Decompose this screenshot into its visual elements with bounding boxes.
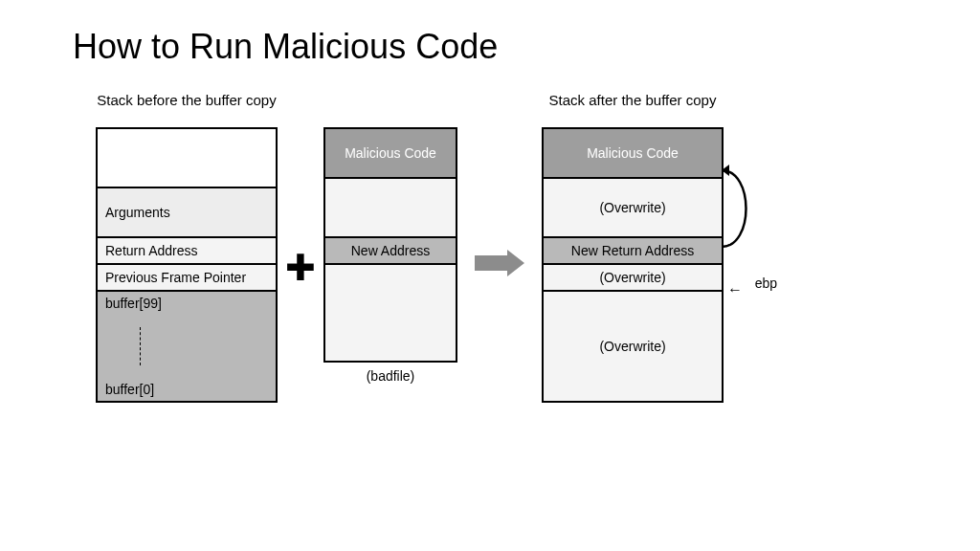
buffer-bottom-label: buffer[0] [105, 382, 268, 397]
curve-arrow-icon [716, 151, 758, 256]
after-overwrite2: (Overwrite) [544, 263, 722, 290]
stack-before: Arguments Return Address Previous Frame … [96, 127, 278, 403]
plus-icon: ✚ [285, 250, 316, 286]
after-malicious: Malicious Code [544, 127, 722, 177]
diagram: Stack before the buffer copy Arguments R… [0, 92, 980, 403]
before-return-address: Return Address [98, 236, 276, 263]
stack-after: Malicious Code (Overwrite) New Return Ad… [542, 127, 724, 403]
before-empty-top [98, 127, 276, 187]
ebp-label: ebp [755, 276, 777, 291]
after-new-return: New Return Address [544, 236, 722, 263]
before-arguments: Arguments [98, 187, 276, 236]
before-frame-pointer: Previous Frame Pointer [98, 263, 276, 290]
badfile-empty1 [325, 177, 456, 236]
arrow-icon [475, 250, 524, 276]
col-badfile: Malicious Code New Address (badfile) [323, 92, 457, 384]
badfile-spacer-title [389, 92, 392, 108]
col-after: Stack after the buffer copy Malicious Co… [542, 92, 724, 403]
after-title: Stack after the buffer copy [549, 92, 717, 108]
col-before: Stack before the buffer copy Arguments R… [96, 92, 278, 403]
ebp-arrow-icon: ← [727, 281, 743, 298]
badfile-new-address: New Address [325, 236, 456, 263]
before-buffer: buffer[99] buffer[0] [98, 290, 276, 403]
badfile-caption: (badfile) [367, 368, 415, 384]
stack-badfile: Malicious Code New Address [323, 127, 457, 363]
after-overwrite3: (Overwrite) [544, 290, 722, 403]
buffer-dots-icon [140, 327, 141, 365]
svg-marker-0 [722, 165, 729, 176]
badfile-empty2 [325, 263, 456, 363]
after-overwrite1: (Overwrite) [544, 177, 722, 236]
badfile-malicious: Malicious Code [325, 127, 456, 177]
page-title: How to Run Malicious Code [0, 0, 980, 67]
buffer-top-label: buffer[99] [105, 296, 268, 311]
before-title: Stack before the buffer copy [97, 92, 276, 108]
